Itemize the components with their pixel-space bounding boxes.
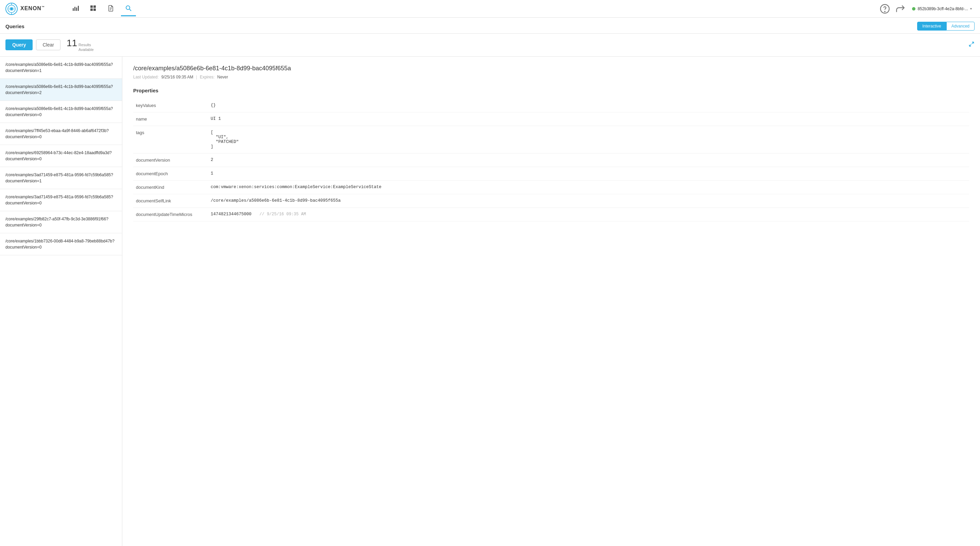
table-row: name UI 1 (133, 112, 969, 125)
prop-key: documentVersion (133, 153, 208, 167)
account-id: 852b389b-3cff-4e2a-8bfd-... (918, 6, 968, 11)
account-menu[interactable]: 852b389b-3cff-4e2a-8bfd-... ▾ (909, 5, 975, 13)
list-panel: /core/examples/a5086e6b-6e81-4c1b-8d99-b… (0, 57, 123, 546)
svg-rect-7 (76, 8, 77, 11)
prop-value: [ "UI", "PATCHED" ] (208, 125, 969, 153)
search-icon (125, 5, 132, 11)
detail-panel: /core/examples/a5086e6b-6e81-4c1b-8d99-b… (123, 57, 980, 546)
svg-rect-6 (75, 7, 75, 11)
detail-meta: Last Updated: 9/25/16 09:35 AM | Expires… (133, 75, 969, 79)
nav-right: 852b389b-3cff-4e2a-8bfd-... ▾ (880, 3, 975, 14)
help-icon (880, 3, 890, 14)
xenon-logo-icon (5, 3, 18, 15)
expires-value: Never (217, 75, 228, 79)
interactive-mode-btn[interactable]: Interactive (917, 22, 946, 30)
prop-comment: // 9/25/16 09:35 AM (259, 212, 306, 217)
query-button[interactable]: Query (5, 40, 33, 50)
grid-icon (90, 5, 97, 11)
prop-value: {} (208, 99, 969, 113)
svg-rect-5 (73, 8, 74, 11)
svg-rect-12 (94, 8, 96, 11)
svg-point-19 (885, 11, 886, 12)
svg-rect-11 (91, 8, 93, 11)
expand-icon (969, 41, 975, 47)
meta-divider: | (196, 75, 197, 79)
svg-line-17 (129, 9, 131, 11)
prop-value: 1 (208, 167, 969, 180)
table-row: documentEpoch 1 (133, 167, 969, 180)
share-icon (894, 3, 905, 14)
list-item[interactable]: /core/examples/1bbb7326-00d8-4484-b9a8-7… (0, 233, 122, 256)
svg-rect-8 (78, 6, 79, 11)
advanced-mode-btn[interactable]: Advanced (947, 22, 975, 30)
nav-icons (68, 2, 880, 16)
account-caret-icon: ▾ (970, 7, 972, 11)
logo-area: XENON™ (5, 3, 60, 15)
results-number: 11 (67, 38, 77, 49)
list-item[interactable]: /core/examples/69258964-b73c-44ec-82e4-1… (0, 145, 122, 167)
list-item[interactable]: /core/examples/a5086e6b-6e81-4c1b-8d99-b… (0, 57, 122, 79)
table-row: documentSelfLink /core/examples/a5086e6b… (133, 194, 969, 208)
detail-title: /core/examples/a5086e6b-6e81-4c1b-8d99-b… (133, 65, 969, 72)
expand-button[interactable] (969, 41, 975, 49)
list-item[interactable]: /core/examples/a5086e6b-6e81-4c1b-8d99-b… (0, 79, 122, 101)
mode-buttons: Interactive Advanced (917, 22, 975, 30)
results-count: 11 Results Available (67, 38, 94, 52)
prop-value: com:vmware:xenon:services:common:Example… (208, 180, 969, 194)
analytics-nav-btn[interactable] (68, 2, 83, 16)
prop-value: 1474821344675000 // 9/25/16 09:35 AM (208, 208, 969, 221)
table-row: keyValues {} (133, 99, 969, 113)
toolbar: Query Clear 11 Results Available (0, 33, 980, 57)
prop-key: name (133, 112, 208, 125)
app-name: XENON™ (21, 5, 45, 11)
table-row: documentKind com:vmware:xenon:services:c… (133, 180, 969, 194)
svg-point-2 (10, 8, 13, 10)
svg-rect-9 (91, 5, 93, 8)
queries-header: Queries Interactive Advanced (0, 17, 980, 33)
svg-rect-10 (94, 5, 96, 8)
main-content: /core/examples/a5086e6b-6e81-4c1b-8d99-b… (0, 57, 980, 546)
prop-key: documentUpdateTimeMicros (133, 208, 208, 221)
list-item[interactable]: /core/examples/3ad71459-e875-481a-9596-f… (0, 189, 122, 211)
document-icon (107, 5, 114, 11)
account-status-dot (912, 7, 915, 11)
prop-key: keyValues (133, 99, 208, 113)
prop-value: /core/examples/a5086e6b-6e81-4c1b-8d99-b… (208, 194, 969, 208)
list-item[interactable]: /core/examples/29fb82c7-a50f-47fb-9c3d-3… (0, 211, 122, 233)
list-item[interactable]: /core/examples/3ad71459-e875-481a-9596-f… (0, 167, 122, 189)
prop-key: documentKind (133, 180, 208, 194)
document-nav-btn[interactable] (103, 2, 118, 16)
properties-title: Properties (133, 87, 969, 94)
prop-value: UI 1 (208, 112, 969, 125)
table-row: documentUpdateTimeMicros 147482134467500… (133, 208, 969, 221)
top-nav: XENON™ (0, 0, 980, 17)
help-button[interactable] (880, 3, 890, 14)
prop-key: documentSelfLink (133, 194, 208, 208)
last-updated-value: 9/25/16 09:35 AM (161, 75, 193, 79)
expires-label: Expires: (200, 75, 215, 79)
table-row: tags [ "UI", "PATCHED" ] (133, 125, 969, 153)
share-button[interactable] (894, 3, 905, 14)
list-item[interactable]: /core/examples/a5086e6b-6e81-4c1b-8d99-b… (0, 101, 122, 123)
table-row: documentVersion 2 (133, 153, 969, 167)
last-updated-label: Last Updated: (133, 75, 159, 79)
properties-table: keyValues {} name UI 1 tags [ "UI", "PAT… (133, 99, 969, 221)
list-item[interactable]: /core/examples/7ff45e53-ebaa-4a9f-8446-a… (0, 123, 122, 145)
clear-button[interactable]: Clear (36, 40, 60, 50)
bar-chart-icon (72, 5, 79, 11)
queries-title: Queries (5, 24, 24, 29)
grid-nav-btn[interactable] (86, 2, 100, 16)
prop-key: tags (133, 125, 208, 153)
search-nav-btn[interactable] (121, 2, 136, 16)
prop-value: 2 (208, 153, 969, 167)
results-label: Results Available (78, 43, 94, 52)
prop-key: documentEpoch (133, 167, 208, 180)
svg-point-16 (126, 6, 130, 10)
